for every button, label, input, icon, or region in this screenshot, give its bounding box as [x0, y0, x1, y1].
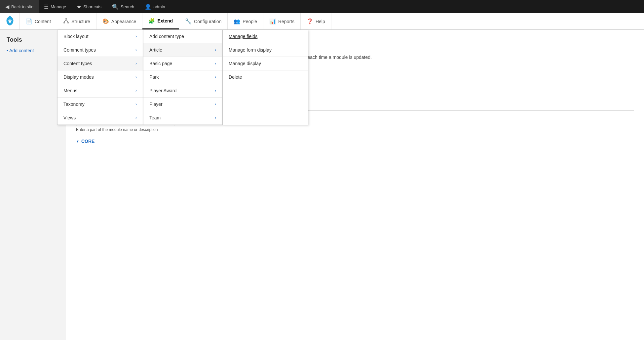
menu-display-modes[interactable]: Display modes › [57, 70, 143, 84]
menu-manage-fields[interactable]: Manage fields [223, 30, 308, 43]
menu-article[interactable]: Article › [143, 43, 222, 57]
chevron-right-icon: › [135, 88, 137, 93]
menu-delete[interactable]: Delete [223, 70, 308, 84]
menu-player-award[interactable]: Player Award › [143, 84, 222, 98]
structure-dropdown: Block layout › Comment types › Content t… [57, 30, 308, 125]
search-button[interactable]: 🔍 Search [107, 0, 139, 13]
menu-manage-form-display[interactable]: Manage form display [223, 43, 308, 57]
menu-park[interactable]: Park › [143, 70, 222, 84]
nav-extend[interactable]: 🧩 Extend [142, 13, 179, 29]
svg-point-1 [65, 18, 67, 20]
sidebar-link-add-content[interactable]: Add content [0, 47, 66, 55]
menu-manage-display[interactable]: Manage display [223, 57, 308, 70]
content-icon: 📄 [26, 18, 32, 24]
menu-views[interactable]: Views › [57, 111, 143, 125]
chevron-right-icon: › [135, 115, 137, 120]
nav-configuration[interactable]: 🔧 Configuration [179, 13, 228, 29]
chevron-right-icon: › [215, 88, 216, 93]
chevron-right-icon: › [215, 102, 216, 106]
manage-button[interactable]: ☰ Manage [39, 0, 71, 13]
nav-people[interactable]: 👥 People [228, 13, 263, 29]
svg-point-3 [67, 22, 69, 23]
chevron-right-icon: › [135, 34, 137, 39]
core-section-title[interactable]: ▼ CORE [76, 139, 634, 144]
user-icon: 👤 [145, 4, 151, 10]
svg-line-5 [66, 20, 68, 22]
admin-user-button[interactable]: 👤 admin [139, 0, 170, 13]
back-arrow-icon: ◀ [5, 4, 9, 10]
appearance-icon: 🎨 [102, 18, 109, 24]
reports-icon: 📊 [269, 18, 276, 24]
nav-content[interactable]: 📄 Content [20, 13, 57, 29]
drupal-logo [0, 13, 20, 29]
extend-icon: 🧩 [148, 18, 155, 24]
menu-player[interactable]: Player › [143, 98, 222, 111]
chevron-right-icon: › [215, 75, 216, 79]
chevron-right-icon: › [135, 75, 137, 79]
shortcuts-button[interactable]: ★ Shortcuts [71, 0, 107, 13]
chevron-right-icon: › [215, 61, 216, 66]
chevron-right-icon: › [215, 115, 216, 120]
menu-content-types[interactable]: Content types › [57, 57, 143, 70]
content-types-menu-l2: Add content type Article › Basic page › … [143, 30, 222, 125]
menu-menus[interactable]: Menus › [57, 84, 143, 98]
admin-toolbar: ◀ Back to site ☰ Manage ★ Shortcuts 🔍 Se… [0, 0, 644, 13]
nav-appearance[interactable]: 🎨 Appearance [96, 13, 143, 29]
nav-structure[interactable]: Structure Block layout › Comment types ›… [57, 13, 96, 29]
configuration-icon: 🔧 [185, 18, 192, 24]
chevron-right-icon: › [135, 61, 137, 66]
back-to-site-button[interactable]: ◀ Back to site [0, 0, 39, 13]
svg-point-0 [9, 20, 11, 23]
structure-menu-l1: Block layout › Comment types › Content t… [57, 30, 143, 125]
filter-hint: Enter a part of the module name or descr… [76, 127, 634, 132]
star-icon: ★ [77, 4, 81, 10]
structure-icon [63, 18, 69, 25]
menu-add-content-type[interactable]: Add content type [143, 30, 222, 43]
nav-reports[interactable]: 📊 Reports [263, 13, 301, 29]
people-icon: 👥 [234, 18, 240, 24]
chevron-right-icon: › [135, 48, 137, 52]
article-menu-l3: Manage fields Manage form display Manage… [222, 30, 308, 125]
chevron-right-icon: › [215, 48, 216, 52]
menu-block-layout[interactable]: Block layout › [57, 30, 143, 43]
svg-line-4 [64, 20, 66, 22]
sidebar: Tools Add content [0, 30, 66, 340]
menu-team[interactable]: Team › [143, 111, 222, 125]
menu-comment-types[interactable]: Comment types › [57, 43, 143, 57]
collapse-arrow-icon: ▼ [76, 140, 79, 143]
chevron-right-icon: › [135, 102, 137, 106]
menu-basic-page[interactable]: Basic page › [143, 57, 222, 70]
svg-point-2 [63, 22, 65, 23]
hamburger-icon: ☰ [44, 4, 49, 10]
menu-taxonomy[interactable]: Taxonomy › [57, 98, 143, 111]
nav-help[interactable]: ❓ Help [301, 13, 331, 29]
search-icon: 🔍 [112, 4, 119, 10]
help-icon: ❓ [307, 18, 313, 24]
nav-bar: 📄 Content Structure Block layout › [0, 13, 644, 30]
sidebar-title: Tools [0, 36, 66, 47]
